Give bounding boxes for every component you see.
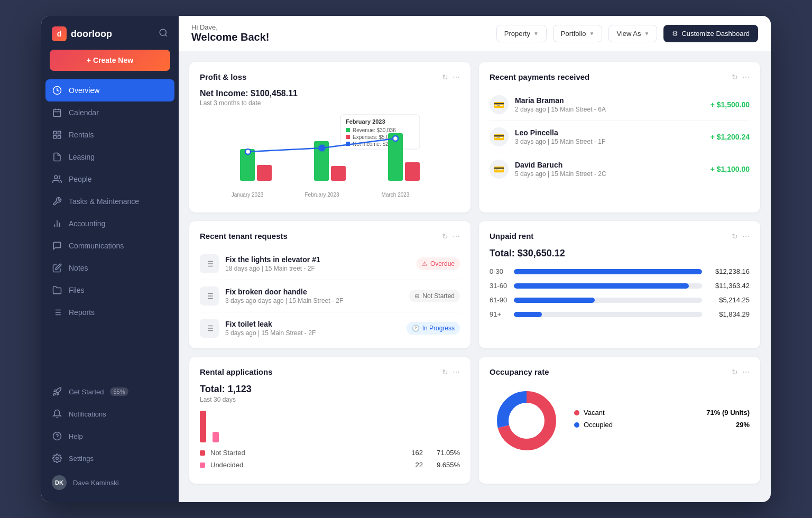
svg-rect-32 (257, 165, 272, 181)
rent-row: 31-60 $11,363.42 (490, 282, 750, 290)
more-icon[interactable]: ⋯ (742, 232, 750, 240)
sidebar-item-files[interactable]: Files (41, 279, 179, 301)
rocket-icon (52, 386, 62, 397)
refresh-icon[interactable]: ↻ (732, 368, 738, 376)
nav-label-rentals: Rentals (69, 131, 94, 139)
more-icon[interactable]: ⋯ (453, 368, 460, 376)
svg-rect-2 (53, 109, 61, 117)
svg-point-41 (319, 145, 325, 151)
profit-loss-card: Profit & loss ↻ ⋯ Net Income: $100,458.1… (189, 62, 470, 212)
more-icon[interactable]: ⋯ (453, 232, 460, 240)
legend-item-occupied: Occupied 29% (574, 421, 750, 429)
more-icon[interactable]: ⋯ (453, 73, 460, 81)
create-new-button[interactable]: + Create New (50, 50, 170, 71)
sidebar-item-tasks[interactable]: Tasks & Maintenance (41, 190, 179, 212)
view-as-dropdown[interactable]: View As ▼ (608, 25, 657, 42)
gear-icon: ⚙ (672, 30, 678, 38)
svg-rect-36 (405, 162, 420, 181)
sidebar-item-help[interactable]: Help (41, 425, 179, 447)
rental-pct: 9.655% (428, 461, 460, 469)
payment-info: David Baruch 5 days ago | 15 Main Street… (515, 161, 704, 178)
rental-count: 22 (402, 461, 423, 469)
rent-row: 91+ $1,834.29 (490, 310, 750, 318)
alert-icon: ⚠ (422, 260, 428, 267)
sidebar-item-accounting[interactable]: Accounting (41, 212, 179, 235)
profit-loss-svg: February 2023 Revenue: $30,036 Expenses:… (200, 112, 460, 202)
more-icon[interactable]: ⋯ (742, 73, 750, 81)
rental-total: Total: 1,123 (200, 384, 460, 395)
payment-detail: 3 days ago | 15 Main Street - 1F (515, 138, 704, 145)
refresh-icon[interactable]: ↻ (732, 73, 738, 81)
nav-label-communications: Communications (69, 242, 124, 250)
search-icon[interactable] (159, 28, 168, 40)
refresh-icon[interactable]: ↻ (442, 368, 448, 376)
payment-item: 💳 Leo Pincella 3 days ago | 15 Main Stre… (490, 121, 750, 153)
customize-dashboard-button[interactable]: ⚙ Customize Dashboard (663, 25, 758, 42)
gear-icon (52, 453, 62, 464)
rent-bar-bg (514, 269, 702, 274)
svg-point-39 (393, 136, 398, 141)
request-title: Fix broken door handle (225, 288, 403, 296)
rent-bars: 0-30 $12,238.16 31-60 $11,363.42 61-90 $… (490, 267, 750, 318)
dashboard-grid: Profit & loss ↻ ⋯ Net Income: $100,458.1… (179, 51, 771, 502)
chevron-down-icon: ▼ (644, 31, 649, 36)
sidebar-item-calendar[interactable]: Calendar (41, 101, 179, 124)
sidebar-item-overview[interactable]: Overview (45, 79, 174, 101)
unpaid-rent-header: Unpaid rent ↻ ⋯ (490, 232, 750, 240)
rental-label: Undecided (210, 461, 396, 469)
sidebar-item-people[interactable]: People (41, 168, 179, 190)
request-detail: 5 days ago | 15 Main Street - 2F (225, 329, 400, 337)
more-icon[interactable]: ⋯ (742, 368, 750, 376)
status-badge-not-started: ⊖ Not Started (409, 290, 460, 302)
sidebar-item-rentals[interactable]: Rentals (41, 124, 179, 146)
rent-label: 61-90 (490, 296, 509, 304)
legend-dot-vacant (574, 410, 579, 415)
request-icon (200, 254, 219, 273)
sidebar: d doorloop + Create New Overview Calenda… (41, 16, 179, 502)
rent-label: 31-60 (490, 282, 509, 290)
payment-avatar: 💳 (490, 95, 509, 114)
tenant-requests-header: Recent tenant requests ↻ ⋯ (200, 232, 460, 240)
svg-text:February 2023: February 2023 (304, 192, 339, 198)
nav-label-leasing: Leasing (69, 153, 95, 161)
sidebar-item-notifications[interactable]: Notifications (41, 403, 179, 425)
portfolio-dropdown[interactable]: Portfolio ▼ (553, 25, 603, 42)
recent-payments-header: Recent payments received ↻ ⋯ (490, 72, 750, 81)
refresh-icon[interactable]: ↻ (732, 232, 738, 240)
message-icon (52, 240, 62, 251)
payment-avatar: 💳 (490, 160, 509, 179)
sidebar-item-communications[interactable]: Communications (41, 235, 179, 257)
nav-label-calendar: Calendar (69, 108, 99, 117)
requests-list: Fix the lights in elevator #1 18 days ag… (200, 248, 460, 338)
request-title: Fix toilet leak (225, 320, 400, 328)
rental-subtitle: Last 30 days (200, 396, 460, 403)
rent-bar (514, 283, 689, 289)
occupancy-donut-chart (490, 384, 564, 458)
sidebar-item-notes[interactable]: Notes (41, 257, 179, 279)
rental-label: Not Started (210, 449, 396, 457)
refresh-icon[interactable]: ↻ (442, 73, 448, 81)
unpaid-rent-title: Unpaid rent (490, 232, 533, 240)
refresh-icon[interactable]: ↻ (442, 232, 448, 240)
rent-bar-bg (514, 283, 702, 289)
sidebar-item-reports[interactable]: Reports (41, 301, 179, 323)
rental-count: 162 (402, 449, 423, 457)
minus-icon: ⊖ (414, 292, 420, 300)
nav-label-notifications: Notifications (69, 410, 106, 418)
property-dropdown[interactable]: Property ▼ (496, 25, 547, 42)
request-item: Fix broken door handle 3 days ago days a… (200, 280, 460, 312)
profit-loss-header: Profit & loss ↻ ⋯ (200, 72, 460, 81)
rent-label: 91+ (490, 310, 509, 318)
rent-amount: $12,238.16 (707, 267, 750, 275)
request-icon (200, 319, 219, 338)
request-detail: 3 days ago days ago | 15 Main Street - 2… (225, 297, 403, 304)
sidebar-item-get-started[interactable]: Get Started 55% (41, 381, 179, 403)
nav-label-user: Dave Kaminski (73, 479, 119, 487)
sidebar-item-settings[interactable]: Settings (41, 447, 179, 469)
rent-bar-bg (514, 312, 702, 317)
sidebar-item-user[interactable]: DK Dave Kaminski (41, 469, 179, 496)
payment-item: 💳 David Baruch 5 days ago | 15 Main Stre… (490, 153, 750, 179)
svg-rect-25 (346, 128, 350, 132)
header-controls: Property ▼ Portfolio ▼ View As ▼ ⚙ Custo… (496, 25, 758, 42)
sidebar-item-leasing[interactable]: Leasing (41, 146, 179, 168)
